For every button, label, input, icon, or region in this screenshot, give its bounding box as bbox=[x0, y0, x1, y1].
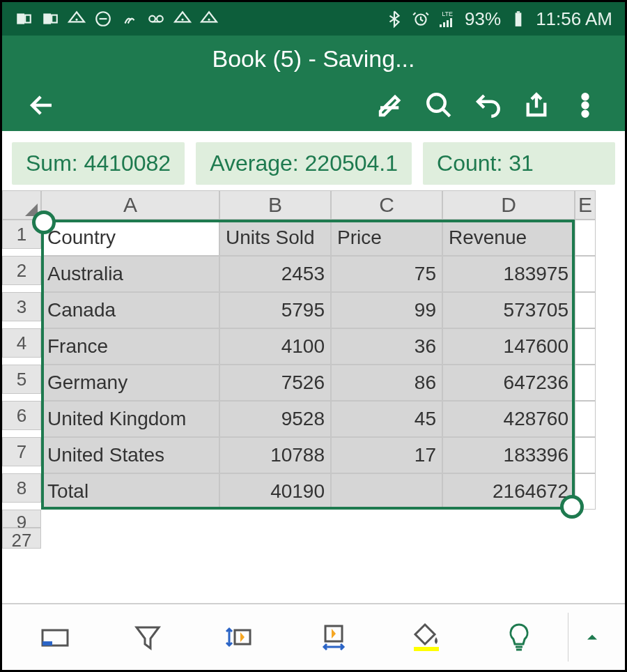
voicemail-icon bbox=[147, 10, 165, 28]
row-header-2[interactable]: 2 bbox=[2, 256, 41, 285]
col-header-a[interactable]: A bbox=[41, 190, 219, 220]
svg-rect-1 bbox=[25, 15, 31, 23]
svg-rect-14 bbox=[443, 22, 445, 27]
card-view-button[interactable] bbox=[10, 613, 99, 662]
row-header-6[interactable]: 6 bbox=[2, 401, 41, 430]
app-title-bar: Book (5) - Saving... bbox=[2, 36, 625, 79]
svg-rect-13 bbox=[440, 24, 442, 27]
android-status-bar: LTE 93% 11:56 AM bbox=[2, 2, 625, 36]
selection-handle-bottom-right[interactable] bbox=[560, 495, 584, 519]
cell-b4[interactable]: 4100 bbox=[219, 328, 331, 365]
cell-c4[interactable]: 36 bbox=[331, 328, 442, 365]
svg-rect-0 bbox=[17, 13, 24, 24]
cell-b1[interactable]: Units Sold bbox=[219, 220, 331, 256]
sum-chip[interactable]: Sum: 4410082 bbox=[12, 142, 185, 185]
fill-color-button[interactable] bbox=[382, 613, 470, 662]
row-header-8[interactable]: 8 bbox=[2, 473, 41, 503]
selection-handle-top-left[interactable] bbox=[32, 211, 56, 234]
svg-rect-27 bbox=[414, 647, 439, 651]
wifi-icon-2 bbox=[173, 10, 192, 28]
cell-c6[interactable]: 45 bbox=[331, 401, 442, 437]
cell-d4[interactable]: 147600 bbox=[442, 328, 575, 365]
svg-rect-15 bbox=[447, 20, 449, 27]
cell-b6[interactable]: 9528 bbox=[219, 401, 331, 437]
filter-button[interactable] bbox=[103, 613, 192, 662]
cell-a5[interactable]: Germany bbox=[41, 365, 219, 401]
outlook-icon bbox=[15, 10, 33, 28]
battery-icon bbox=[509, 10, 527, 28]
document-title: Book (5) - Saving... bbox=[212, 45, 415, 72]
cell-c7[interactable]: 17 bbox=[331, 437, 442, 473]
col-header-c[interactable]: C bbox=[331, 190, 442, 220]
svg-point-10 bbox=[181, 18, 183, 20]
cell-e4[interactable] bbox=[575, 328, 596, 365]
sort-autofit-rows-button[interactable] bbox=[196, 613, 285, 662]
row-header-partial-9[interactable]: 9 bbox=[2, 510, 41, 528]
cell-e5[interactable] bbox=[575, 365, 596, 401]
svg-point-8 bbox=[157, 16, 163, 22]
expand-ribbon-button[interactable] bbox=[568, 613, 617, 662]
cell-a8[interactable]: Total bbox=[41, 473, 219, 510]
cell-a4[interactable]: France bbox=[41, 328, 219, 365]
col-header-e-peek[interactable]: E bbox=[575, 190, 596, 220]
cell-a7[interactable]: United States bbox=[41, 437, 219, 473]
sprint-icon bbox=[121, 10, 139, 28]
undo-button[interactable] bbox=[463, 81, 512, 130]
row-header-3[interactable]: 3 bbox=[2, 292, 41, 321]
cell-a1[interactable]: Country bbox=[41, 220, 219, 256]
ideas-lightbulb-button[interactable] bbox=[475, 613, 564, 662]
spreadsheet-grid[interactable]: A B C D E 1 Country Units Sold Price Rev… bbox=[2, 190, 625, 510]
row-header-partial-27[interactable]: 27 bbox=[2, 528, 41, 549]
more-menu-button[interactable] bbox=[561, 81, 610, 130]
sort-autofit-cols-button[interactable] bbox=[289, 613, 378, 662]
share-button[interactable] bbox=[512, 81, 561, 130]
alarm-icon bbox=[412, 10, 430, 28]
row-header-4[interactable]: 4 bbox=[2, 328, 41, 358]
svg-point-20 bbox=[583, 94, 588, 99]
svg-point-11 bbox=[208, 18, 210, 20]
cell-d3[interactable]: 573705 bbox=[442, 292, 575, 328]
row-header-5[interactable]: 5 bbox=[2, 365, 41, 394]
edit-pen-button[interactable] bbox=[366, 81, 415, 130]
cell-a6[interactable]: United Kingdom bbox=[41, 401, 219, 437]
bluetooth-icon bbox=[385, 10, 403, 28]
svg-point-4 bbox=[75, 18, 77, 20]
cell-d5[interactable]: 647236 bbox=[442, 365, 575, 401]
cell-b2[interactable]: 2453 bbox=[219, 256, 331, 292]
cell-c3[interactable]: 99 bbox=[331, 292, 442, 328]
cell-b8[interactable]: 40190 bbox=[219, 473, 331, 510]
count-chip[interactable]: Count: 31 bbox=[423, 142, 615, 185]
cell-e1[interactable] bbox=[575, 220, 596, 256]
svg-point-7 bbox=[149, 16, 155, 22]
cell-b7[interactable]: 10788 bbox=[219, 437, 331, 473]
search-button[interactable] bbox=[415, 81, 463, 130]
cell-c8[interactable] bbox=[331, 473, 442, 510]
cell-e6[interactable] bbox=[575, 401, 596, 437]
svg-rect-18 bbox=[517, 11, 520, 13]
cell-e2[interactable] bbox=[575, 256, 596, 292]
col-header-b[interactable]: B bbox=[219, 190, 331, 220]
cell-e7[interactable] bbox=[575, 437, 596, 473]
row-header-7[interactable]: 7 bbox=[2, 437, 41, 466]
cell-a2[interactable]: Australia bbox=[41, 256, 219, 292]
cell-a3[interactable]: Canada bbox=[41, 292, 219, 328]
cell-b3[interactable]: 5795 bbox=[219, 292, 331, 328]
cell-c2[interactable]: 75 bbox=[331, 256, 442, 292]
spreadsheet-grid-area[interactable]: A B C D E 1 Country Units Sold Price Rev… bbox=[2, 190, 625, 603]
back-button[interactable] bbox=[17, 81, 66, 130]
cell-d2[interactable]: 183975 bbox=[442, 256, 575, 292]
cell-d8[interactable]: 2164672 bbox=[442, 473, 575, 510]
aggregate-stats-row: Sum: 4410082 Average: 220504.1 Count: 31 bbox=[2, 131, 625, 190]
cell-d7[interactable]: 183396 bbox=[442, 437, 575, 473]
battery-percent: 93% bbox=[465, 8, 501, 30]
cell-c1[interactable]: Price bbox=[331, 220, 442, 256]
col-header-d[interactable]: D bbox=[442, 190, 575, 220]
average-chip[interactable]: Average: 220504.1 bbox=[196, 142, 412, 185]
cell-b5[interactable]: 7526 bbox=[219, 365, 331, 401]
cell-d6[interactable]: 428760 bbox=[442, 401, 575, 437]
cell-c5[interactable]: 86 bbox=[331, 365, 442, 401]
cell-d1[interactable]: Revenue bbox=[442, 220, 575, 256]
cell-e3[interactable] bbox=[575, 292, 596, 328]
svg-rect-3 bbox=[52, 15, 57, 23]
svg-point-22 bbox=[583, 112, 588, 116]
